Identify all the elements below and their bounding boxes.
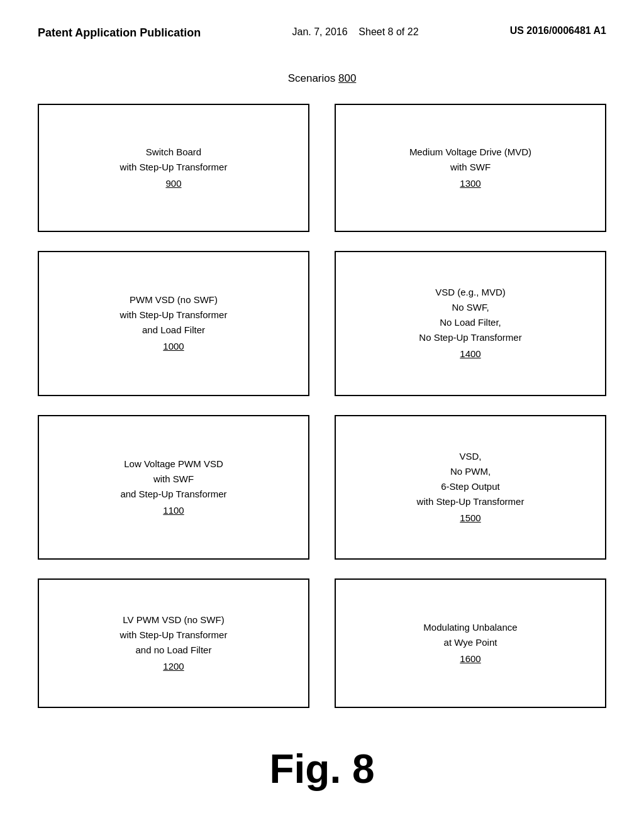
box3-ref: 1000 [120, 339, 228, 354]
scenario-box-1400: VSD (e.g., MVD) No SWF, No Load Filter, … [335, 251, 606, 396]
box6-line2: No PWM, [450, 466, 491, 477]
scenarios-grid: Switch Board with Step-Up Transformer 90… [38, 104, 606, 708]
scenarios-ref: 800 [338, 72, 356, 84]
box3-line2: with Step-Up Transformer [120, 309, 228, 320]
box4-line2: No SWF, [452, 302, 489, 313]
box7-line3: and no Load Filter [136, 645, 212, 655]
box6-line3: 6-Step Output [441, 481, 499, 492]
box1-line2: with Step-Up Transformer [120, 162, 228, 172]
box5-line2: with SWF [153, 473, 194, 484]
box1-ref: 900 [120, 176, 228, 191]
box3-line3: and Load Filter [142, 324, 205, 335]
box4-line1: VSD (e.g., MVD) [435, 287, 506, 297]
header: Patent Application Publication Jan. 7, 2… [38, 25, 606, 41]
header-date: Jan. 7, 2016 [292, 26, 348, 37]
header-publication: Patent Application Publication [38, 25, 201, 41]
scenario-box-1500-content: VSD, No PWM, 6-Step Output with Step-Up … [417, 449, 525, 526]
page: Patent Application Publication Jan. 7, 2… [0, 0, 644, 830]
box7-line2: with Step-Up Transformer [120, 629, 228, 640]
scenario-box-900: Switch Board with Step-Up Transformer 90… [38, 104, 309, 232]
scenario-box-1600-content: Modulating Unbalance at Wye Point 1600 [423, 620, 517, 667]
box2-line1: Medium Voltage Drive (MVD) [409, 147, 531, 157]
header-patent: US 2016/0006481 A1 [510, 25, 606, 36]
box4-line4: No Step-Up Transformer [419, 332, 521, 343]
scenario-box-1200-content: LV PWM VSD (no SWF) with Step-Up Transfo… [120, 612, 228, 674]
box1-line1: Switch Board [146, 147, 201, 157]
box2-line2: with SWF [450, 162, 491, 172]
scenario-box-1300-content: Medium Voltage Drive (MVD) with SWF 1300 [409, 145, 531, 191]
scenario-box-1500: VSD, No PWM, 6-Step Output with Step-Up … [335, 415, 606, 560]
box8-line1: Modulating Unbalance [423, 622, 517, 633]
box6-line1: VSD, [459, 451, 481, 462]
scenario-box-1100: Low Voltage PWM VSD with SWF and Step-Up… [38, 415, 309, 560]
box8-line2: at Wye Point [444, 637, 497, 648]
box7-ref: 1200 [120, 659, 228, 674]
box6-ref: 1500 [417, 511, 525, 526]
scenario-box-1000-content: PWM VSD (no SWF) with Step-Up Transforme… [120, 292, 228, 354]
scenario-box-1200: LV PWM VSD (no SWF) with Step-Up Transfo… [38, 578, 309, 708]
scenario-box-1100-content: Low Voltage PWM VSD with SWF and Step-Up… [120, 456, 226, 518]
box5-line3: and Step-Up Transformer [120, 489, 226, 499]
header-date-sheet: Jan. 7, 2016 Sheet 8 of 22 [292, 25, 419, 39]
scenario-box-1300: Medium Voltage Drive (MVD) with SWF 1300 [335, 104, 606, 232]
scenarios-title: Scenarios 800 [38, 72, 606, 85]
box5-line1: Low Voltage PWM VSD [124, 458, 223, 469]
box8-ref: 1600 [423, 651, 517, 667]
header-sheet: Sheet 8 of 22 [358, 26, 418, 37]
scenario-box-900-content: Switch Board with Step-Up Transformer 90… [120, 145, 228, 191]
box4-ref: 1400 [419, 346, 521, 362]
scenario-box-1400-content: VSD (e.g., MVD) No SWF, No Load Filter, … [419, 285, 521, 362]
box4-line3: No Load Filter, [440, 317, 501, 328]
scenario-box-1600: Modulating Unbalance at Wye Point 1600 [335, 578, 606, 708]
box7-line1: LV PWM VSD (no SWF) [123, 614, 224, 625]
box6-line4: with Step-Up Transformer [417, 496, 525, 507]
box3-line1: PWM VSD (no SWF) [130, 294, 218, 305]
figure-label: Fig. 8 [38, 733, 606, 805]
box2-ref: 1300 [409, 176, 531, 191]
scenario-box-1000: PWM VSD (no SWF) with Step-Up Transforme… [38, 251, 309, 396]
box5-ref: 1100 [120, 503, 226, 518]
